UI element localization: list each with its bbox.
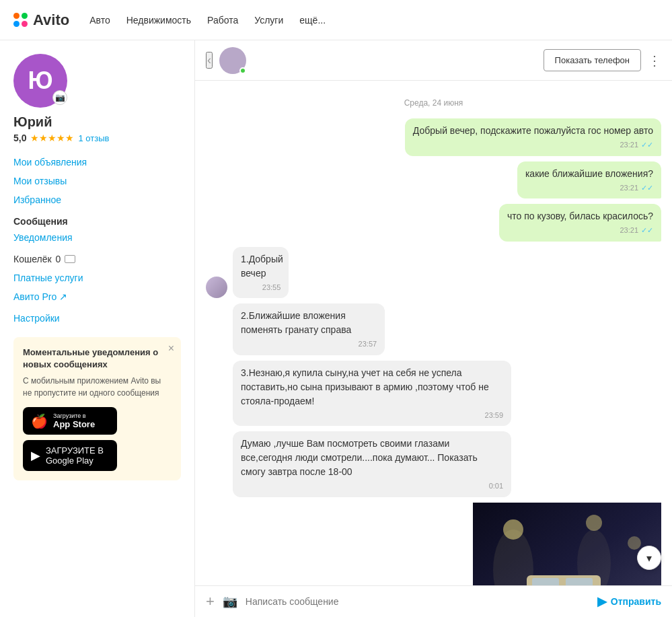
message-meta: 23:21 ✓✓ bbox=[413, 139, 653, 151]
message-meta: 23:57 bbox=[241, 338, 377, 350]
review-link[interactable]: 1 отзыв bbox=[78, 133, 109, 143]
sidebar-paid-services[interactable]: Платные услуги bbox=[13, 273, 181, 283]
sender-avatar bbox=[206, 334, 227, 355]
message-time: 23:21 bbox=[620, 182, 638, 194]
received-message-group: 2.Ближайшие вложения поменять гранату сп… bbox=[206, 303, 661, 355]
header: Avito Авто Недвижимость Работа Услуги ещ… bbox=[0, 0, 672, 40]
send-button[interactable]: ▶ Отправить bbox=[597, 594, 661, 609]
sidebar-favorites[interactable]: Избранное bbox=[13, 194, 181, 205]
stars: ★★★★★ bbox=[30, 133, 74, 143]
chat-input-bar: + 📷 ▶ Отправить bbox=[195, 585, 672, 617]
message-row: какие ближайшие вложения? 23:21 ✓✓ bbox=[206, 161, 661, 199]
camera-button[interactable]: 📷 bbox=[223, 594, 237, 609]
message-meta: 0:01 bbox=[241, 480, 503, 492]
chat-messages[interactable]: Среда, 24 июня Добрый вечер, подскажите … bbox=[195, 81, 672, 585]
sidebar-nav: Мои объявления Мои отзывы Избранное Сооб… bbox=[13, 157, 181, 324]
notification-box: × Моментальные уведомления о новых сообщ… bbox=[13, 337, 181, 480]
message-meta: 23:21 ✓✓ bbox=[525, 182, 653, 194]
logo-dot-4 bbox=[22, 21, 28, 27]
message-meta: 23:59 bbox=[241, 410, 503, 421]
logo-dot-1 bbox=[13, 13, 20, 19]
logo-dots bbox=[13, 13, 28, 27]
message-text: Добрый вечер, подскажите пожалуйста гос … bbox=[413, 125, 653, 136]
google-play-small: ЗАГРУЗИТЕ В bbox=[46, 445, 104, 456]
read-check: ✓✓ bbox=[641, 225, 653, 236]
sidebar-notifications[interactable]: Уведомления bbox=[13, 232, 181, 243]
date-separator: Среда, 24 июня bbox=[206, 98, 661, 108]
main-layout: Ю 📷 Юрий 5,0 ★★★★★ 1 отзыв Мои объявлени… bbox=[0, 40, 672, 617]
sidebar-my-listings[interactable]: Мои объявления bbox=[13, 157, 181, 168]
app-store-button[interactable]: 🍎 Загрузите в App Store bbox=[23, 407, 117, 435]
message-bubble: Думаю ,лучше Вам посмотреть своими глаза… bbox=[233, 431, 511, 497]
message-text: что по кузову, билась красилось? bbox=[507, 211, 653, 221]
read-check: ✓✓ bbox=[641, 139, 653, 151]
message-text: какие ближайшие вложения? bbox=[525, 168, 653, 179]
message-meta: 23:21 ✓✓ bbox=[507, 225, 653, 236]
wallet-row: Кошелёк 0 bbox=[13, 254, 181, 264]
show-phone-button[interactable]: Показать телефон bbox=[544, 49, 641, 71]
profile-section: Ю 📷 Юрий 5,0 ★★★★★ 1 отзыв bbox=[13, 54, 181, 143]
logo-dot-2 bbox=[22, 13, 28, 19]
notification-title: Моментальные уведомления о новых сообщен… bbox=[23, 347, 172, 371]
read-check: ✓✓ bbox=[641, 182, 653, 194]
nav-auto[interactable]: Авто bbox=[89, 15, 110, 26]
messages-section-title: Сообщения bbox=[13, 216, 181, 227]
message-time: 23:55 bbox=[262, 282, 281, 293]
user-name: Юрий bbox=[13, 114, 52, 130]
message-time: 23:21 bbox=[620, 225, 638, 236]
received-bubble-wrap: 3.Незнаю,я купила сыну,на учет на себя н… bbox=[233, 361, 661, 427]
message-text: 1.Добрый вечер bbox=[241, 254, 283, 279]
message-bubble: 2.Ближайшие вложения поменять гранату сп… bbox=[233, 303, 385, 355]
send-label: Отправить bbox=[611, 596, 661, 607]
send-icon: ▶ bbox=[597, 594, 607, 609]
nav-jobs[interactable]: Работа bbox=[207, 15, 238, 26]
nav-services[interactable]: Услуги bbox=[254, 15, 283, 26]
nav-more[interactable]: ещё... bbox=[299, 15, 326, 26]
sender-avatar bbox=[206, 476, 227, 497]
sidebar-settings[interactable]: Настройки bbox=[13, 313, 181, 324]
more-options-button[interactable]: ⋮ bbox=[648, 52, 661, 69]
nav-realty[interactable]: Недвижимость bbox=[126, 15, 191, 26]
camera-icon[interactable]: 📷 bbox=[52, 90, 67, 105]
google-play-button[interactable]: ▶ ЗАГРУЗИТЕ В Google Play bbox=[23, 440, 117, 471]
notification-close[interactable]: × bbox=[168, 342, 174, 355]
app-store-big: App Store bbox=[53, 419, 95, 429]
svg-rect-9 bbox=[566, 578, 593, 586]
message-meta: 23:55 bbox=[241, 282, 281, 293]
message-bubble: что по кузову, билась красилось? 23:21 ✓… bbox=[499, 204, 661, 242]
sender-avatar bbox=[206, 404, 227, 426]
received-bubble-wrap: 1.Добрый вечер 23:55 bbox=[233, 247, 319, 299]
attach-button[interactable]: + bbox=[206, 593, 215, 610]
message-time: 23:57 bbox=[359, 338, 377, 350]
wallet-value: 0 bbox=[56, 254, 61, 264]
message-text: 2.Ближайшие вложения поменять гранату сп… bbox=[241, 310, 351, 335]
logo[interactable]: Avito bbox=[13, 11, 69, 29]
sender-avatar bbox=[206, 277, 227, 298]
message-time: 23:21 bbox=[620, 139, 638, 151]
chat-header: ‹ Показать телефон ⋮ bbox=[195, 40, 672, 81]
received-message-group: 1.Добрый вечер 23:55 bbox=[206, 247, 661, 299]
sidebar-avito-pro[interactable]: Авито Pro ↗ bbox=[13, 291, 181, 302]
sidebar: Ю 📷 Юрий 5,0 ★★★★★ 1 отзыв Мои объявлени… bbox=[0, 40, 195, 617]
scroll-down-button[interactable]: ▾ bbox=[637, 546, 661, 570]
back-button[interactable]: ‹ bbox=[206, 52, 213, 69]
wallet-icon bbox=[65, 255, 75, 263]
car-photo bbox=[473, 503, 661, 586]
received-message-group: 3.Незнаю,я купила сыну,на учет на себя н… bbox=[206, 361, 661, 427]
sidebar-my-reviews[interactable]: Мои отзывы bbox=[13, 176, 181, 186]
message-input[interactable] bbox=[246, 596, 589, 607]
message-bubble: 1.Добрый вечер 23:55 bbox=[233, 247, 289, 299]
received-message-group: Думаю ,лучше Вам посмотреть своими глаза… bbox=[206, 431, 661, 497]
online-status-dot bbox=[239, 67, 246, 74]
wallet-label: Кошелёк bbox=[13, 254, 52, 264]
image-message: 0:02 ✓✓ bbox=[473, 503, 661, 586]
svg-point-2 bbox=[586, 515, 602, 531]
rating-value: 5,0 bbox=[13, 133, 26, 143]
message-time: 23:59 bbox=[485, 410, 504, 421]
main-nav: Авто Недвижимость Работа Услуги ещё... bbox=[89, 15, 326, 26]
notification-desc: С мобильным приложением Avito вы не проп… bbox=[23, 375, 172, 399]
google-play-big: Google Play bbox=[46, 456, 94, 466]
svg-rect-8 bbox=[532, 578, 559, 586]
received-bubble-wrap: Думаю ,лучше Вам посмотреть своими глаза… bbox=[233, 431, 661, 497]
chevron-down-icon: ▾ bbox=[646, 552, 652, 565]
